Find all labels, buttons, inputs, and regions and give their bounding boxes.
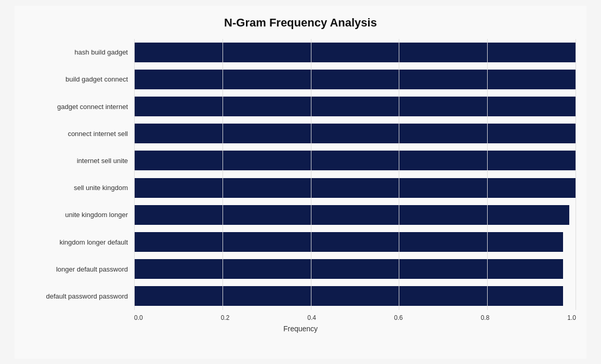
bar-label: unite kingdom longer [25,211,134,219]
bar-track [134,70,576,89]
bar-fill [134,259,563,279]
bar-label: build gadget connect [25,75,134,83]
x-tick-label: 0.8 [481,314,490,321]
x-tick-label: 0.4 [307,314,316,321]
x-tick-label: 1.0 [567,314,576,321]
bar-row: build gadget connect [25,66,576,93]
chart-title: N-Gram Frequency Analysis [224,16,377,30]
bar-track [134,286,576,306]
bar-label: gadget connect internet [25,103,134,111]
bar-label: default password password [25,292,134,300]
bar-track [134,151,576,170]
bar-track [134,205,576,225]
bar-fill [134,70,576,89]
bar-label: longer default password [25,265,134,273]
bar-fill [134,124,576,143]
x-axis-label: Frequency [25,325,576,333]
bar-label: sell unite kingdom [25,184,134,192]
bar-fill [134,178,576,198]
x-tick-label: 0.0 [134,314,143,321]
bar-fill [134,43,576,62]
chart-area: hash build gadgetbuild gadget connectgad… [25,39,576,333]
bar-fill [134,97,576,116]
bar-track [134,259,576,279]
bar-row: gadget connect internet [25,93,576,120]
bar-row: default password password [25,282,576,309]
chart-container: N-Gram Frequency Analysis hash build gad… [15,6,586,359]
bar-track [134,178,576,198]
bar-row: unite kingdom longer [25,201,576,228]
bars-section: hash build gadgetbuild gadget connectgad… [25,39,576,310]
bar-fill [134,286,563,306]
bar-row: hash build gadget [25,39,576,66]
bar-row: connect internet sell [25,120,576,147]
bar-label: connect internet sell [25,130,134,138]
x-tick-label: 0.6 [394,314,403,321]
bar-fill [134,151,576,170]
bar-label: hash build gadget [25,48,134,56]
bar-label: kingdom longer default [25,238,134,246]
bar-track [134,232,576,252]
bar-row: kingdom longer default [25,228,576,255]
bar-fill [134,205,569,225]
bar-row: longer default password [25,255,576,282]
bar-track [134,97,576,116]
bar-row: internet sell unite [25,147,576,174]
bar-label: internet sell unite [25,157,134,165]
bar-row: sell unite kingdom [25,174,576,201]
bar-track [134,124,576,143]
x-axis: 0.00.20.40.60.81.0 [25,314,576,321]
bar-fill [134,232,563,252]
bar-track [134,43,576,62]
x-tick-labels: 0.00.20.40.60.81.0 [134,314,576,321]
x-tick-label: 0.2 [221,314,230,321]
